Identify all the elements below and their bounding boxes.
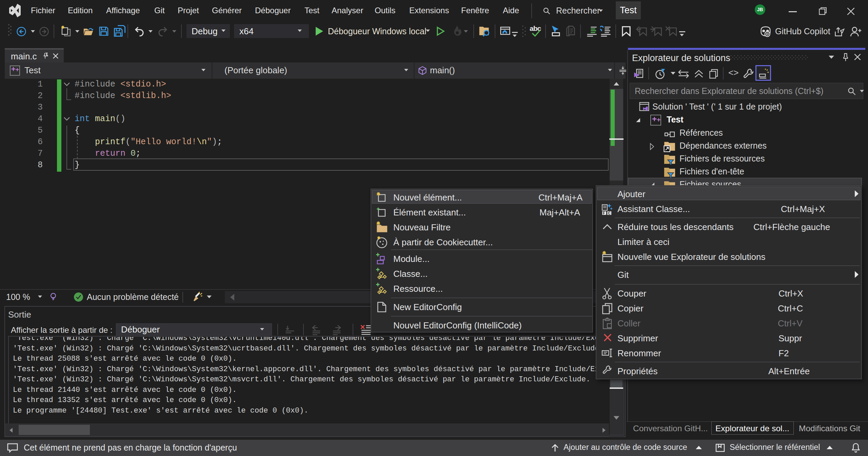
svg-text:C: C	[608, 211, 611, 215]
svg-text:F: F	[603, 211, 605, 215]
